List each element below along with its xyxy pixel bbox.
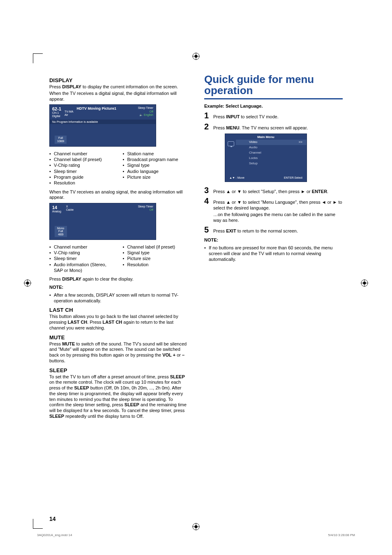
osd1-bar: No Program Information is available: [50, 120, 156, 124]
list-item: Sleep timer: [49, 168, 115, 174]
left-column: DISPLAY Press DISPLAY to display the cur…: [49, 74, 188, 420]
display-p4: Press DISPLAY again to clear the display…: [49, 276, 188, 282]
list-item: Sleep timer: [49, 256, 115, 261]
sleep-p: To set the TV to turn off after a preset…: [49, 374, 188, 419]
registration-mark-left: [24, 279, 31, 287]
step-5: Press EXIT to return to the normal scree…: [213, 226, 343, 235]
note-item-right: If no buttons are pressed for more than …: [204, 245, 343, 263]
mute-heading: MUTE: [49, 334, 188, 341]
registration-mark-right: [361, 279, 368, 287]
list-item: Channel label (if preset): [123, 244, 188, 250]
sleep-heading: SLEEP: [49, 367, 188, 373]
step-number: 3: [204, 186, 213, 194]
example-label: Example: Select Language.: [204, 104, 343, 109]
step-number: 5: [204, 226, 213, 234]
speaker-icon: [139, 113, 144, 116]
display-list1: Channel number Channel label (if preset)…: [49, 149, 188, 188]
display-p1: Press DISPLAY to display the current inf…: [49, 84, 188, 90]
list-item: Resolution: [49, 180, 115, 186]
step-number: 1: [204, 111, 213, 120]
list-item: Picture size: [123, 174, 188, 180]
osd1-channel: 62-1: [52, 106, 61, 111]
display-p2: When the TV receives a digital signal, t…: [49, 91, 188, 102]
step-3: Press ▲ or ▼ to select "Setup", then pre…: [213, 187, 343, 196]
list-item: Signal type: [123, 162, 188, 168]
list-item: V-Chip rating: [49, 162, 115, 168]
osd1-program: HDTV Moving Picture1: [73, 106, 138, 111]
list-item: Station name: [123, 151, 188, 157]
list-item: Audio information (Stereo, SAP or Mono): [49, 262, 115, 274]
list-item: Channel number: [49, 244, 115, 250]
osd-analog: 14 Analog X Cable Sleep Timer Off Mono F…: [49, 203, 156, 240]
step-4: Press ▲ or ▼ to select "Menu Language", …: [213, 197, 343, 224]
display-list2: Channel number V-Chip rating Sleep timer…: [49, 242, 188, 275]
osd-main-menu: Main Menu Video>> Audio Channel Locks Se…: [225, 134, 307, 182]
list-item: Signal type: [123, 250, 188, 256]
list-item: Channel number: [49, 151, 115, 157]
display-heading: DISPLAY: [49, 77, 188, 83]
menu-item-video[interactable]: Video>>: [236, 140, 307, 145]
lastch-p: This button allows you to go back to the…: [49, 314, 188, 331]
lastch-heading: LAST CH: [49, 307, 188, 313]
step-1: Press INPUT to select TV mode.: [213, 112, 343, 121]
crop-mark-bl: [33, 519, 43, 529]
menu-hint-select: ENTER:Select: [284, 176, 302, 180]
display-p3: When the TV receives an analog signal, t…: [49, 189, 188, 201]
page-number: 14: [49, 516, 56, 522]
menu-item-locks[interactable]: Locks: [236, 156, 307, 161]
note-heading-right: NOTE:: [204, 237, 343, 243]
list-item: Resolution: [123, 262, 188, 267]
mute-p: Press MUTE to switch off the sound. The …: [49, 341, 188, 364]
crop-mark-tl: [33, 53, 43, 63]
list-item: Audio language: [123, 168, 188, 174]
quick-guide-title: Quick guide for menu operation: [204, 74, 343, 99]
registration-mark-top: [192, 53, 200, 60]
step-number: 4: [204, 197, 213, 205]
step-2: Press MENU. The TV menu screen will appe…: [213, 123, 343, 184]
menu-title: Main Menu: [225, 134, 307, 140]
footer-file: 3AQ0201A_eng.indd 14: [37, 533, 72, 537]
osd-digital: 62-1 CH-1 Digital TV-MA Air HDTV Moving …: [49, 104, 156, 146]
menu-item-setup[interactable]: Setup: [236, 161, 307, 166]
chevron-right-icon: >>: [299, 140, 302, 144]
print-footer: 3AQ0201A_eng.indd 14 5/4/10 3:28:08 PM: [37, 533, 355, 537]
osd2-channel: 14: [52, 205, 61, 210]
registration-mark-bottom: [192, 523, 200, 530]
menu-item-audio[interactable]: Audio: [236, 145, 307, 150]
footer-time: 5/4/10 3:28:08 PM: [328, 533, 355, 537]
list-item: Picture size: [123, 256, 188, 261]
list-item: Program guide: [49, 174, 115, 180]
list-item: Broadcast program name: [123, 157, 188, 162]
note-item: After a few seconds, DISPLAY screen will…: [49, 292, 188, 304]
list-item: Channel label (if preset): [49, 157, 115, 162]
right-column: Quick guide for menu operation Example: …: [204, 74, 343, 420]
step-number: 2: [204, 122, 213, 131]
tv-icon: [228, 141, 234, 146]
menu-item-channel[interactable]: Channel: [236, 150, 307, 156]
list-item: V-Chip rating: [49, 250, 115, 256]
note-heading: NOTE:: [49, 285, 188, 290]
menu-hint-move: ▲▼ : Move: [229, 176, 244, 180]
